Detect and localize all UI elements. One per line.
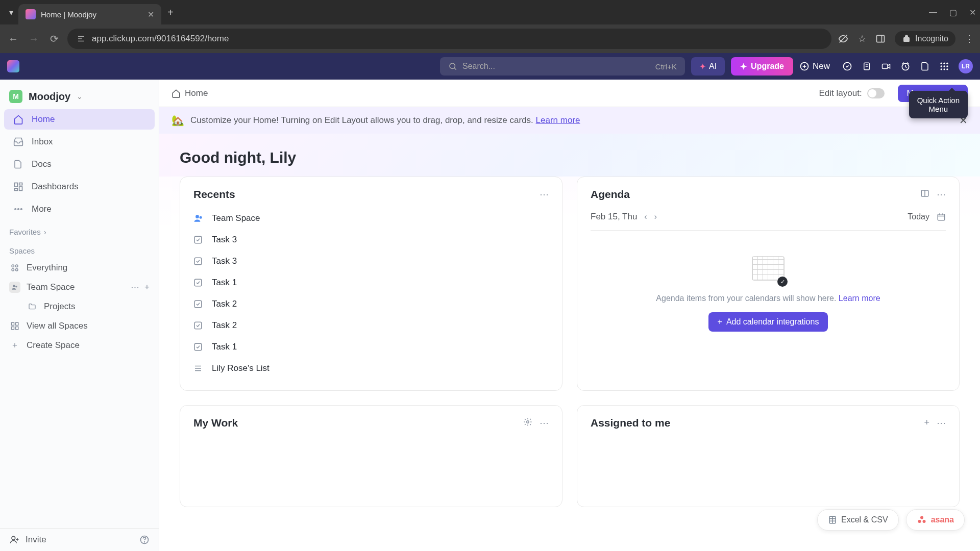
sidebar-item-label: Inbox xyxy=(32,137,53,147)
address-bar[interactable]: app.clickup.com/9016164592/home xyxy=(67,29,831,49)
calendar-icon[interactable] xyxy=(937,212,946,221)
sidebar-item-home[interactable]: Home xyxy=(4,109,155,130)
card-menu-icon[interactable]: ⋯ xyxy=(540,189,549,200)
cards-grid: Recents ⋯ Team Space Task 3 xyxy=(159,177,980,528)
browser-menu-icon[interactable]: ⋮ xyxy=(965,33,974,44)
svg-rect-28 xyxy=(19,183,22,185)
upgrade-button[interactable]: ✦ Upgrade xyxy=(731,57,793,76)
spreadsheet-icon xyxy=(828,515,837,525)
task-tray-icon[interactable] xyxy=(842,61,852,71)
workspace-selector[interactable]: M Moodjoy ⌄ xyxy=(0,85,159,108)
sidebar-item-create-space[interactable]: + Create Space xyxy=(0,336,159,355)
recent-item-task[interactable]: Task 2 xyxy=(193,293,549,315)
sidebar-item-inbox[interactable]: Inbox xyxy=(4,132,155,152)
recent-item-task[interactable]: Task 3 xyxy=(193,251,549,272)
svg-rect-29 xyxy=(19,187,22,191)
recent-item-task[interactable]: Task 3 xyxy=(193,229,549,251)
sidebar-item-view-all-spaces[interactable]: View all Spaces xyxy=(0,316,159,336)
workspace-name: Moodjoy xyxy=(29,91,70,103)
svg-point-37 xyxy=(16,269,18,271)
svg-rect-30 xyxy=(15,188,18,190)
content-header: Home Edit layout: Manage cards xyxy=(159,80,980,107)
sidebar-item-team-space[interactable]: Team Space ⋯ + xyxy=(0,278,159,297)
sidepanel-icon[interactable] xyxy=(875,34,886,44)
inbox-icon xyxy=(13,137,24,147)
card-menu-icon[interactable]: ⋯ xyxy=(937,417,946,429)
notepad-icon[interactable] xyxy=(862,61,872,71)
asana-button[interactable]: asana xyxy=(906,509,965,531)
search-placeholder: Search... xyxy=(462,62,495,71)
browser-tab[interactable]: Home | Moodjoy ✕ xyxy=(18,4,161,24)
clickup-logo[interactable] xyxy=(7,60,19,72)
excel-csv-button[interactable]: Excel & CSV xyxy=(817,509,899,531)
sidebar-item-dashboards[interactable]: Dashboards xyxy=(4,177,155,197)
tab-close-icon[interactable]: ✕ xyxy=(148,10,154,19)
tracking-icon[interactable] xyxy=(838,33,849,44)
edit-layout-toggle: Edit layout: xyxy=(819,88,885,98)
chevron-down-icon: ⌄ xyxy=(77,92,83,101)
svg-point-18 xyxy=(941,63,942,64)
space-label: Create Space xyxy=(27,340,80,350)
svg-point-26 xyxy=(946,68,948,70)
sidebar-item-more[interactable]: More xyxy=(4,199,155,219)
recents-list: Team Space Task 3 Task 3 Task 1 xyxy=(193,208,549,379)
layout-icon[interactable] xyxy=(920,189,929,200)
new-tab-button[interactable]: + xyxy=(167,7,174,18)
sidebar-item-docs[interactable]: Docs xyxy=(4,154,155,174)
sidebar: M Moodjoy ⌄ Home Inbox Docs Dashboards xyxy=(0,80,159,551)
apps-grid-icon[interactable] xyxy=(939,61,949,71)
next-day-icon[interactable]: › xyxy=(654,212,657,221)
prev-day-icon[interactable]: ‹ xyxy=(644,212,647,221)
recent-item-task[interactable]: Task 1 xyxy=(193,272,549,293)
agenda-card: Agenda ⋯ Feb 15, Thu ‹ › Today xyxy=(577,177,960,391)
site-settings-icon[interactable] xyxy=(77,34,86,43)
svg-point-21 xyxy=(941,65,942,67)
sidebar-item-label: More xyxy=(32,204,52,214)
recent-item-list[interactable]: Lily Rose's List xyxy=(193,358,549,379)
svg-point-73 xyxy=(922,520,925,523)
forward-icon[interactable]: → xyxy=(27,33,41,45)
space-menu-icon[interactable]: ⋯ xyxy=(131,282,139,293)
svg-point-72 xyxy=(918,520,921,523)
minimize-icon[interactable]: — xyxy=(929,8,937,17)
space-add-icon[interactable]: + xyxy=(144,282,150,293)
settings-icon[interactable] xyxy=(523,417,532,429)
new-button[interactable]: New xyxy=(799,61,830,71)
sidebar-item-projects[interactable]: Projects xyxy=(0,297,159,316)
task-icon xyxy=(193,299,205,309)
add-calendar-button[interactable]: + Add calendar integrations xyxy=(708,312,828,332)
bookmark-icon[interactable]: ☆ xyxy=(858,33,866,44)
close-window-icon[interactable]: ✕ xyxy=(969,8,976,17)
back-icon[interactable]: ← xyxy=(6,33,20,45)
favorites-section[interactable]: Favorites › xyxy=(0,220,159,239)
maximize-icon[interactable]: ▢ xyxy=(949,8,957,17)
recent-item-space[interactable]: Team Space xyxy=(193,208,549,229)
main-content: Home Edit layout: Manage cards 🏡 Customi… xyxy=(159,80,980,551)
add-icon[interactable]: + xyxy=(924,417,929,429)
user-avatar[interactable]: LR xyxy=(959,59,973,73)
recent-item-task[interactable]: Task 2 xyxy=(193,315,549,336)
breadcrumb[interactable]: Home xyxy=(172,88,208,98)
learn-more-link[interactable]: Learn more xyxy=(839,294,880,303)
recent-item-task[interactable]: Task 1 xyxy=(193,336,549,358)
reminder-icon[interactable] xyxy=(900,61,911,71)
sidebar-item-everything[interactable]: Everything xyxy=(0,258,159,278)
tab-list-dropdown[interactable]: ▾ xyxy=(4,5,18,19)
learn-more-link[interactable]: Learn more xyxy=(536,115,580,125)
invite-button[interactable]: Invite xyxy=(9,535,46,545)
agenda-date: Feb 15, Thu xyxy=(591,212,637,222)
help-icon[interactable] xyxy=(139,535,150,545)
ai-button[interactable]: ✦ AI xyxy=(691,57,725,76)
more-icon xyxy=(13,204,24,214)
card-menu-icon[interactable]: ⋯ xyxy=(937,189,946,200)
incognito-badge[interactable]: Incognito xyxy=(895,31,955,46)
card-menu-icon[interactable]: ⋯ xyxy=(540,417,549,429)
search-input[interactable]: Search... Ctrl+K xyxy=(440,57,685,76)
toggle-switch[interactable] xyxy=(867,88,885,98)
record-icon[interactable] xyxy=(881,61,891,71)
sidebar-item-label: Dashboards xyxy=(32,182,79,192)
app-body: M Moodjoy ⌄ Home Inbox Docs Dashboards xyxy=(0,80,980,551)
reload-icon[interactable]: ⟳ xyxy=(47,33,61,45)
today-button[interactable]: Today xyxy=(908,212,929,221)
docs-icon[interactable] xyxy=(920,61,930,71)
